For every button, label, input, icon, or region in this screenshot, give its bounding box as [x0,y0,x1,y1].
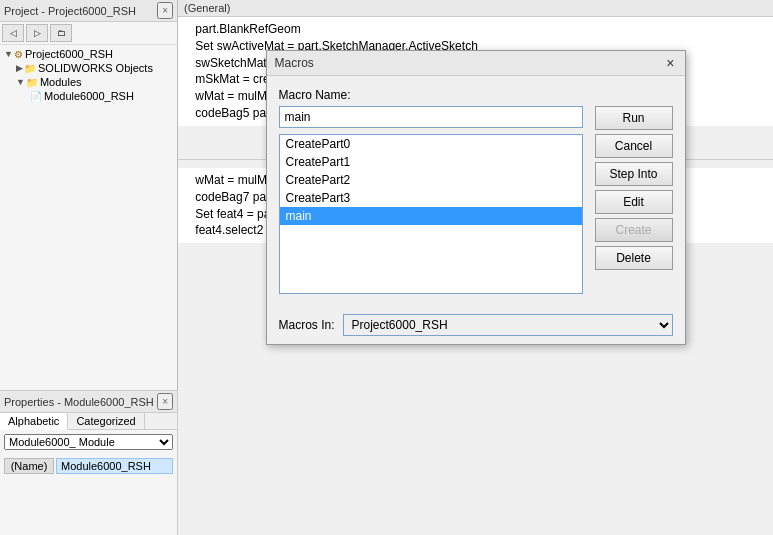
project-tree: ▼ ⚙ Project6000_RSH ▶ 📁 SOLIDWORKS Objec… [0,45,177,105]
properties-dropdown-area: Module6000_ Module [4,434,173,450]
prop-name-label: (Name) [4,458,54,474]
dialog-overlay: Macros × Macro Name: CreatePart0 CreateP… [178,0,773,535]
project-panel: Project - Project6000_RSH × ◁ ▷ 🗀 ▼ ⚙ Pr… [0,0,177,390]
create-button[interactable]: Create [595,218,673,242]
macros-in-label: Macros In: [279,318,335,332]
listbox-item-createpart3[interactable]: CreatePart3 [280,189,582,207]
macro-name-input[interactable] [279,106,583,128]
project-panel-title: Project - Project6000_RSH [4,5,136,17]
tab-alphabetic[interactable]: Alphabetic [0,413,68,430]
dialog-content-row: CreatePart0 CreatePart1 CreatePart2 Crea… [279,106,673,294]
expand-project-icon[interactable]: ▼ [4,49,13,59]
cancel-button[interactable]: Cancel [595,134,673,158]
module-icon: 📄 [30,91,42,102]
macros-dialog: Macros × Macro Name: CreatePart0 CreateP… [266,50,686,345]
project-toolbar: ◁ ▷ 🗀 [0,22,177,45]
properties-close[interactable]: × [157,393,173,410]
properties-tabs: Alphabetic Categorized [0,413,177,430]
step-into-button[interactable]: Step Into [595,162,673,186]
project-icon: ⚙ [14,49,23,60]
dialog-footer: Macros In: Project6000_RSH [267,306,685,344]
properties-object-select[interactable]: Module6000_ Module [4,434,173,450]
expand-solidworks-icon[interactable]: ▶ [16,63,23,73]
edit-button[interactable]: Edit [595,190,673,214]
properties-body: (Name) Module6000_RSH [0,454,177,478]
run-button[interactable]: Run [595,106,673,130]
tree-item-modules[interactable]: ▼ 📁 Modules [2,75,175,89]
macro-listbox[interactable]: CreatePart0 CreatePart1 CreatePart2 Crea… [279,134,583,294]
modules-icon: 📁 [26,77,38,88]
solidworks-icon: 📁 [24,63,36,74]
left-column: Project - Project6000_RSH × ◁ ▷ 🗀 ▼ ⚙ Pr… [0,0,178,535]
macros-in-select[interactable]: Project6000_RSH [343,314,673,336]
tree-item-module6000[interactable]: 📄 Module6000_RSH [2,89,175,103]
toolbar-back-btn[interactable]: ◁ [2,24,24,42]
dialog-title: Macros [275,56,314,70]
expand-modules-icon[interactable]: ▼ [16,77,25,87]
dialog-button-group: Run Cancel Step Into Edit Create Delete [595,106,673,294]
prop-name-row: (Name) Module6000_RSH [2,456,175,476]
dialog-close-btn[interactable]: × [664,55,676,71]
delete-button[interactable]: Delete [595,246,673,270]
tree-item-project[interactable]: ▼ ⚙ Project6000_RSH [2,47,175,61]
properties-header: Properties - Module6000_RSH × [0,391,177,413]
listbox-item-createpart1[interactable]: CreatePart1 [280,153,582,171]
properties-title: Properties - Module6000_RSH [4,396,154,408]
properties-panel: Properties - Module6000_RSH × Alphabetic… [0,390,178,535]
macro-name-label: Macro Name: [279,88,673,102]
tree-label-solidworks: SOLIDWORKS Objects [38,62,153,74]
tree-label-module6000: Module6000_RSH [44,90,134,102]
listbox-item-main[interactable]: main [280,207,582,225]
toolbar-folder-btn[interactable]: 🗀 [50,24,72,42]
right-column: (General) part.BlankRefGeom Set swActive… [178,0,773,535]
tree-label-modules: Modules [40,76,82,88]
dialog-body: Macro Name: CreatePart0 CreatePart1 Crea… [267,76,685,306]
tree-label-project: Project6000_RSH [25,48,113,60]
tab-categorized[interactable]: Categorized [68,413,144,429]
prop-name-value: Module6000_RSH [56,458,173,474]
app-root: Project - Project6000_RSH × ◁ ▷ 🗀 ▼ ⚙ Pr… [0,0,773,535]
project-panel-close[interactable]: × [157,2,173,19]
listbox-item-createpart2[interactable]: CreatePart2 [280,171,582,189]
project-panel-header: Project - Project6000_RSH × [0,0,177,22]
tree-item-solidworks[interactable]: ▶ 📁 SOLIDWORKS Objects [2,61,175,75]
listbox-item-createpart0[interactable]: CreatePart0 [280,135,582,153]
dialog-titlebar: Macros × [267,51,685,76]
dialog-list-area: CreatePart0 CreatePart1 CreatePart2 Crea… [279,106,583,294]
toolbar-forward-btn[interactable]: ▷ [26,24,48,42]
